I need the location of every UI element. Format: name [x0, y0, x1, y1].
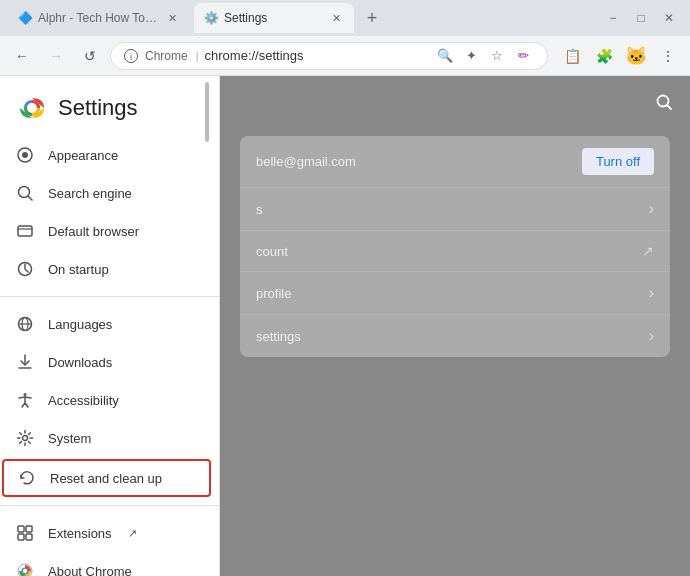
sidebar-item-about-chrome[interactable]: About Chrome	[0, 552, 211, 576]
star-icon[interactable]: ☆	[485, 44, 509, 68]
profile-icon[interactable]: 🐱	[622, 42, 650, 70]
forward-button[interactable]: →	[42, 42, 70, 70]
security-icon: i	[123, 48, 139, 64]
page-area: belle@gmail.com Turn off s ›	[220, 76, 690, 576]
sidebar-item-languages[interactable]: Languages	[0, 305, 211, 343]
sync-row: belle@gmail.com Turn off	[240, 136, 670, 188]
tab-alphr-favicon: 🔷	[18, 11, 32, 25]
svg-point-27	[23, 569, 27, 573]
svg-rect-10	[18, 226, 32, 236]
screenshot-icon[interactable]: 📋	[558, 42, 586, 70]
new-tab-button[interactable]: +	[358, 4, 386, 32]
appearance-label: Appearance	[48, 148, 118, 163]
address-input[interactable]: i Chrome | chrome://settings 🔍 ✦ ☆ ✏	[110, 42, 548, 70]
appearance-icon	[16, 146, 34, 164]
settings-row-1-text: s	[256, 202, 263, 217]
settings-row-profile[interactable]: profile ›	[240, 272, 670, 315]
chevron-icon-settings: ›	[649, 327, 654, 345]
reset-label: Reset and clean up	[50, 471, 162, 486]
maximize-button[interactable]: □	[628, 5, 654, 31]
downloads-icon	[16, 353, 34, 371]
settings-row-settings-text: settings	[256, 329, 301, 344]
svg-rect-23	[26, 534, 32, 540]
sidebar-title-text: Settings	[58, 95, 138, 121]
settings-row-profile-right: ›	[649, 284, 654, 302]
scroll-thumb	[205, 82, 209, 142]
sidebar-item-extensions[interactable]: Extensions ↗	[0, 514, 211, 552]
browser-frame: 🔷 Alphr - Tech How To's & Guid... ✕ ⚙️ S…	[0, 0, 690, 576]
svg-rect-21	[26, 526, 32, 532]
svg-line-29	[668, 106, 672, 110]
extensions-icon[interactable]: 🧩	[590, 42, 618, 70]
settings-row-count[interactable]: count ↗	[240, 231, 670, 272]
svg-text:i: i	[130, 52, 132, 62]
svg-point-8	[19, 187, 30, 198]
reload-button[interactable]: ↺	[76, 42, 104, 70]
tab-settings[interactable]: ⚙️ Settings ✕	[194, 3, 354, 33]
about-chrome-label: About Chrome	[48, 564, 132, 577]
settings-row-1-right: ›	[649, 200, 654, 218]
svg-line-9	[29, 197, 33, 201]
sidebar-item-search-engine[interactable]: Search engine	[0, 174, 211, 212]
sidebar-item-downloads[interactable]: Downloads	[0, 343, 211, 381]
search-engine-label: Search engine	[48, 186, 132, 201]
sync-email-text: belle@gmail.com	[256, 154, 356, 169]
svg-point-18	[24, 393, 27, 396]
svg-point-28	[658, 96, 669, 107]
settings-row-count-text: count	[256, 244, 288, 259]
tab-alphr-close[interactable]: ✕	[164, 10, 180, 26]
system-label: System	[48, 431, 91, 446]
downloads-label: Downloads	[48, 355, 112, 370]
chevron-icon-profile: ›	[649, 284, 654, 302]
svg-point-7	[22, 152, 28, 158]
tab-alphr-title: Alphr - Tech How To's & Guid...	[38, 11, 158, 25]
accessibility-label: Accessibility	[48, 393, 119, 408]
accessibility-icon	[16, 391, 34, 409]
sync-row-right: Turn off	[582, 148, 654, 175]
settings-row-count-right: ↗	[642, 243, 654, 259]
languages-label: Languages	[48, 317, 112, 332]
search-address-icon[interactable]: 🔍	[433, 44, 457, 68]
sidebar-item-appearance[interactable]: Appearance	[0, 136, 211, 174]
sidebar-item-system[interactable]: System	[0, 419, 211, 457]
sidebar-item-accessibility[interactable]: Accessibility	[0, 381, 211, 419]
toolbar-icons: 📋 🧩 🐱 ⋮	[558, 42, 682, 70]
settings-row-settings-right: ›	[649, 327, 654, 345]
about-chrome-icon	[16, 562, 34, 576]
main-content: Settings Appearance	[0, 76, 690, 576]
sidebar-nav: Appearance Search engine	[0, 132, 219, 576]
sidebar-item-reset[interactable]: Reset and clean up	[2, 459, 211, 497]
edit-icon[interactable]: ✏	[511, 44, 535, 68]
svg-point-5	[27, 103, 37, 113]
sidebar-header: Settings	[0, 76, 219, 132]
minimize-button[interactable]: −	[600, 5, 626, 31]
extensions-nav-icon	[16, 524, 34, 542]
settings-search-icon[interactable]	[650, 88, 678, 116]
svg-rect-20	[18, 526, 24, 532]
default-browser-label: Default browser	[48, 224, 139, 239]
system-icon	[16, 429, 34, 447]
menu-icon[interactable]: ⋮	[654, 42, 682, 70]
languages-icon	[16, 315, 34, 333]
title-bar: 🔷 Alphr - Tech How To's & Guid... ✕ ⚙️ S…	[0, 0, 690, 36]
settings-row-1[interactable]: s ›	[240, 188, 670, 231]
back-button[interactable]: ←	[8, 42, 36, 70]
turn-off-button[interactable]: Turn off	[582, 148, 654, 175]
tab-alphr[interactable]: 🔷 Alphr - Tech How To's & Guid... ✕	[8, 3, 190, 33]
chrome-logo	[16, 92, 48, 124]
sync-email: belle@gmail.com	[256, 154, 356, 169]
tab-settings-close[interactable]: ✕	[328, 10, 344, 26]
address-actions: 🔍 ✦ ☆ ✏	[433, 44, 535, 68]
window-controls: − □ ✕	[600, 5, 682, 31]
settings-row-settings[interactable]: settings ›	[240, 315, 670, 357]
close-button[interactable]: ✕	[656, 5, 682, 31]
sidebar-item-default-browser[interactable]: Default browser	[0, 212, 211, 250]
sidebar-item-on-startup[interactable]: On startup	[0, 250, 211, 288]
bookmark-icon[interactable]: ✦	[459, 44, 483, 68]
address-url: chrome://settings	[205, 48, 427, 63]
tab-settings-title: Settings	[224, 11, 267, 25]
settings-card: belle@gmail.com Turn off s ›	[240, 136, 670, 357]
address-separator: |	[196, 50, 199, 62]
svg-rect-22	[18, 534, 24, 540]
search-engine-icon	[16, 184, 34, 202]
